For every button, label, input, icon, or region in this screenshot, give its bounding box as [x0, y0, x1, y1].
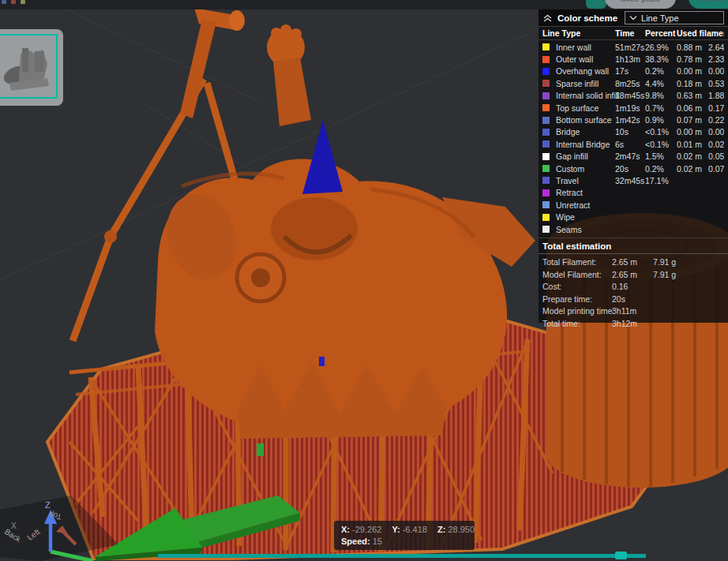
line-type-weight: 0.22 g: [708, 115, 724, 125]
tooltip-coordinates: X: -29.262 Y: -6.418 Z: 28.950: [341, 524, 467, 536]
total-label: Model printing time:: [542, 306, 612, 316]
total-row: Total time: 3h12m: [538, 317, 728, 330]
line-type-length: 0.02 m: [677, 151, 708, 161]
line-type-time: 1h13m: [615, 54, 645, 64]
line-type-swatch: [542, 129, 550, 136]
line-type-weight: 0.17 g: [708, 103, 724, 113]
line-type-weight: 0.00 g: [708, 127, 724, 137]
line-type-label: Gap infill: [556, 151, 615, 161]
table-row: Custom 20s 0.2% 0.02 m 0.07 g: [538, 163, 728, 174]
move-slider-handle[interactable]: [615, 552, 627, 559]
line-type-percent: 0.7%: [645, 103, 677, 113]
move-slider[interactable]: [158, 554, 646, 558]
line-type-length: 0.07 m: [677, 115, 708, 125]
table-row: Internal solid infill 18m45s 9.8% 0.63 m…: [538, 90, 728, 102]
table-row: Gap infill 2m47s 1.5% 0.02 m 0.05 g: [538, 151, 728, 163]
line-type-label: Top surface: [556, 103, 615, 113]
table-row: Seams: [538, 223, 728, 235]
line-type-weight: 0.05 g: [708, 151, 724, 161]
line-type-label: Internal Bridge: [556, 140, 615, 149]
table-row: Outer wall 1h13m 38.3% 0.78 m 2.33 g: [538, 53, 728, 65]
header-line-type: Line Type: [542, 28, 615, 38]
line-type-swatch: [542, 68, 550, 75]
line-type-weight: 2.33 g: [708, 54, 724, 64]
x-value: -29.262: [352, 525, 381, 534]
total-value: 2.65 m: [612, 270, 653, 279]
line-type-swatch: [542, 153, 550, 160]
plate-thumbnail[interactable]: [0, 29, 63, 106]
line-type-swatch: [542, 165, 550, 172]
top-toolbar: Slice plate Export: [0, 0, 728, 9]
line-type-percent: 26.9%: [645, 43, 677, 52]
speed-label: Speed:: [341, 537, 370, 546]
total-label: Prepare time:: [542, 294, 612, 304]
line-type-label: Unretract: [556, 200, 615, 210]
line-type-swatch: [542, 214, 550, 221]
line-type-swatch: [542, 43, 550, 50]
panel-title: Color scheme: [557, 13, 617, 23]
line-type-length: 0.00 m: [677, 127, 708, 137]
total-row: Total Filament: 2.65 m 7.91 g: [538, 256, 728, 268]
table-row: Bridge 10s <0.1% 0.00 m 0.00 g: [538, 126, 728, 138]
table-row: Inner wall 51m27s 26.9% 0.88 m 2.64 g: [538, 41, 728, 53]
line-type-table-header: Line Type Time Percent Used filament: [538, 27, 728, 40]
line-type-time: 1m42s: [615, 115, 645, 125]
collapse-icon[interactable]: [542, 13, 553, 23]
panel-header: Color scheme Line Type: [538, 9, 728, 27]
gizmo-z-label: Z: [45, 500, 51, 510]
line-type-percent: 17.1%: [645, 176, 677, 185]
line-type-weight: 0.07 g: [708, 164, 724, 174]
table-row: Sparse infill 8m25s 4.4% 0.18 m 0.53 g: [538, 77, 728, 89]
table-row: Bottom surface 1m42s 0.9% 0.07 m 0.22 g: [538, 114, 728, 125]
line-type-time: 18m45s: [615, 91, 645, 100]
line-type-swatch: [542, 56, 550, 63]
total-label: Cost:: [542, 282, 612, 291]
line-type-swatch: [542, 177, 550, 184]
total-estimation-title: Total estimation: [538, 238, 728, 254]
table-row: Wipe: [538, 211, 728, 223]
line-type-percent: 0.2%: [645, 164, 677, 174]
line-type-percent: 0.2%: [645, 66, 677, 76]
speed-value: 15: [373, 537, 382, 546]
total-value: 20s: [612, 294, 653, 304]
custom-speck: [257, 443, 264, 456]
total-value: 2.65 m: [612, 257, 653, 267]
line-type-swatch: [542, 189, 550, 196]
line-type-length: 0.02 m: [677, 164, 708, 174]
line-type-length: 0.18 m: [677, 79, 708, 88]
line-type-label: Sparse infill: [556, 79, 615, 88]
line-type-time: 20s: [615, 164, 645, 174]
line-type-length: 0.06 m: [677, 103, 708, 113]
line-type-swatch: [542, 226, 550, 233]
line-type-length: 0.78 m: [677, 54, 708, 64]
line-type-percent: 4.4%: [645, 79, 677, 88]
line-type-percent: 1.5%: [645, 151, 677, 161]
toolbar-button-fragment[interactable]: [586, 0, 606, 9]
total-value: 3h12m: [612, 319, 653, 328]
total-value-2: 7.91 g: [653, 270, 724, 279]
export-button[interactable]: Export: [689, 0, 728, 9]
print-statistics-panel: Color scheme Line Type Line Type Time Pe…: [538, 9, 728, 323]
line-type-weight: 0.53 g: [708, 79, 724, 88]
total-label: Total time:: [542, 319, 612, 328]
table-row: Retract: [538, 187, 728, 199]
tooltip-speed: Speed: 15: [341, 536, 467, 548]
line-type-swatch: [542, 117, 550, 124]
header-time: Time: [615, 28, 645, 38]
line-type-percent: 9.8%: [645, 91, 677, 100]
line-type-weight: 2.64 g: [708, 43, 724, 52]
total-row: Cost: 0.16: [538, 280, 728, 293]
z-label: Z:: [437, 525, 445, 534]
total-label: Model Filament:: [542, 270, 612, 279]
line-type-swatch: [542, 80, 550, 87]
slice-plate-button[interactable]: Slice plate: [605, 0, 676, 9]
plate-thumbnail-image: [0, 37, 57, 97]
line-type-length: 0.88 m: [677, 43, 708, 52]
total-value: 3h11m: [612, 306, 653, 316]
line-type-time: 6s: [615, 140, 645, 149]
line-type-percent: <0.1%: [645, 140, 677, 149]
line-type-label: Bottom surface: [556, 115, 615, 125]
y-label: Y:: [392, 525, 400, 534]
view-type-dropdown[interactable]: Line Type: [625, 11, 724, 24]
line-type-length: 0.01 m: [677, 140, 708, 149]
